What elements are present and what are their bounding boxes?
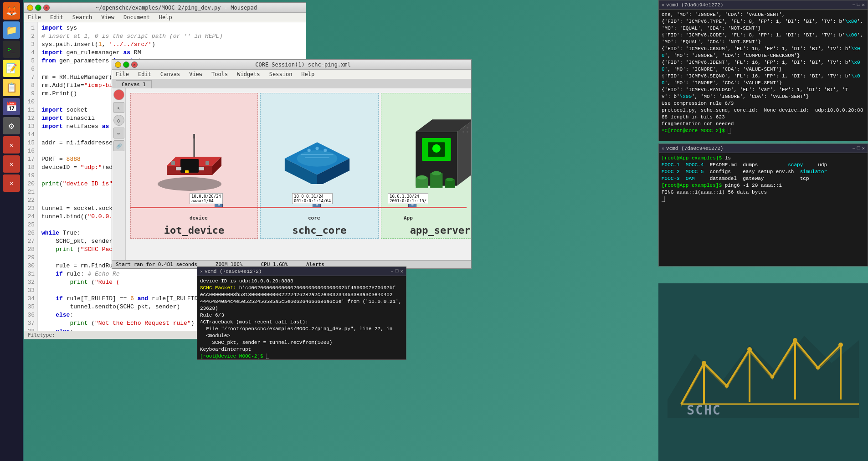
core-maximize[interactable]: □ — [123, 61, 129, 68]
core-run-btn[interactable] — [113, 89, 124, 100]
mousepad-menu-view[interactable]: View — [100, 14, 115, 21]
core-minimize[interactable]: – — [115, 61, 121, 68]
svg-point-34 — [467, 127, 468, 129]
svg-point-44 — [702, 361, 706, 365]
device-terminal-ctrl3[interactable]: ✕ — [400, 268, 403, 274]
vcmd-top-ctrl1[interactable]: – — [852, 2, 855, 8]
core-menu-view[interactable]: View — [188, 71, 203, 78]
mousepad-maximize[interactable]: □ — [35, 5, 41, 11]
taskbar-icon-schc2[interactable]: ✕ — [3, 155, 20, 173]
svg-point-19 — [315, 147, 318, 150]
vcmd-bottom-icon: ✕ — [662, 146, 664, 151]
svg-point-32 — [432, 144, 441, 153]
core-window: – □ ✕ CORE Session(1) schc-ping.xml File… — [112, 59, 472, 269]
device-terminal-title: vcmd (7da0c94e1272) — [205, 269, 262, 274]
core-link-btn[interactable]: 🔗 — [113, 140, 124, 151]
vcmd-top-body: one, 'MO': 'IGNORE', 'CDA': 'VALUE-SENT'… — [659, 10, 868, 141]
core-close[interactable]: ✕ — [131, 61, 138, 68]
vcmd-top-ctrl3[interactable]: ✕ — [862, 2, 865, 8]
svg-point-49 — [770, 375, 774, 379]
line-numbers: 1234567891011121314151617181920212223242… — [24, 22, 38, 331]
core-tabs: Canvas 1 — [112, 79, 471, 88]
core-cursor-btn[interactable]: ↖ — [113, 102, 124, 113]
taskbar-icon-settings[interactable]: ⚙ — [3, 117, 20, 134]
core-menu-file[interactable]: File — [115, 71, 130, 78]
taskbar-icon-calendar[interactable]: 📅 — [3, 98, 20, 115]
core-status-time: Start ran for 0.481 seconds — [116, 261, 197, 267]
net-label-1: 10.0.0/20/24aaaa:1/64 — [190, 193, 223, 204]
device-terminal-window: ✕ vcmd (7da0c94e1272) – □ ✕ device ID is… — [197, 266, 406, 360]
taskbar-icon-files[interactable]: 📁 — [3, 21, 20, 39]
schc-logo-svg: SCHC — [668, 327, 859, 418]
vcmd-bottom-ctrl2[interactable]: □ — [857, 145, 860, 151]
svg-rect-6 — [205, 161, 209, 165]
net-label-2: 10.0.0.31/24001:0:0:1:14/64 — [292, 193, 333, 204]
vcmd-top-titlebar: ✕ vcmd (7da0c94e1272) – □ ✕ — [659, 0, 868, 10]
mousepad-controls: – □ ✕ — [27, 5, 50, 11]
vcmd-bottom-ctrl3[interactable]: ✕ — [862, 145, 865, 151]
taskbar-icon-firefox[interactable]: 🦊 — [3, 2, 20, 20]
svg-rect-10 — [199, 167, 204, 170]
mousepad-menu-document[interactable]: Document — [123, 14, 151, 21]
mousepad-minimize[interactable]: – — [27, 5, 33, 11]
core-pencil-btn[interactable]: ✏ — [113, 128, 124, 138]
svg-point-46 — [793, 338, 797, 343]
core-menu-session[interactable]: Session — [268, 71, 293, 78]
core-menu-help[interactable]: Help — [300, 71, 315, 78]
mousepad-close[interactable]: ✕ — [43, 5, 50, 11]
svg-point-47 — [838, 343, 843, 347]
vcmd-bottom-body: [root@App examples]$ ls MOOC-1 MOOC-4 RE… — [659, 153, 868, 266]
vcmd-bottom-window: ✕ vcmd (7da0c94e1272) – □ ✕ [root@App ex… — [658, 143, 868, 266]
taskbar-icon-terminal[interactable]: >_ — [3, 41, 20, 58]
core-menu-canvas[interactable]: Canvas — [159, 71, 181, 78]
svg-point-45 — [747, 347, 752, 352]
app-server-label: app_server — [381, 225, 471, 236]
taskbar-icon-editor[interactable]: 📝 — [3, 60, 20, 77]
vcmd-top-window: ✕ vcmd (7da0c94e1272) – □ ✕ one, 'MO': '… — [658, 0, 868, 141]
vcmd-top-title: vcmd (7da0c94e1272) — [666, 2, 723, 8]
iot-device-icon — [153, 125, 226, 198]
device-terminal-ctrl2[interactable]: □ — [395, 268, 399, 274]
vcmd-bottom-title: vcmd (7da0c94e1272) — [666, 146, 723, 151]
svg-point-28 — [417, 175, 427, 179]
mousepad-menu-edit[interactable]: Edit — [49, 14, 64, 21]
filetype-label: Filetype: — [28, 332, 55, 338]
taskbar-icon-schc3[interactable]: ✕ — [3, 174, 20, 192]
device-terminal-ctrl1[interactable]: – — [390, 268, 394, 274]
mousepad-menu-search[interactable]: Search — [72, 14, 93, 21]
mousepad-title: ~/openschc/examples/MOOC-2/ping_dev.py -… — [50, 5, 303, 11]
svg-point-36 — [467, 131, 468, 133]
mousepad-menu-file[interactable]: File — [27, 14, 42, 21]
svg-text:SCHC: SCHC — [687, 403, 721, 418]
taskbar-icon-schc1[interactable]: ✕ — [3, 136, 20, 154]
core-canvas-tab[interactable]: Canvas 1 — [116, 80, 152, 88]
device-terminal-body: device ID is udp:10.0.0.20:8888 SCHC Pac… — [197, 276, 406, 359]
core-toolbar: ↖ ○ ✏ 🔗 — [112, 88, 126, 260]
vcmd-bottom-ctrl1[interactable]: – — [852, 145, 855, 151]
svg-rect-5 — [171, 161, 175, 165]
vcmd-bottom-titlebar: ✕ vcmd (7da0c94e1272) – □ ✕ — [659, 144, 868, 153]
svg-point-20 — [324, 149, 327, 152]
svg-point-30 — [446, 178, 454, 181]
mousepad-menu-help[interactable]: Help — [158, 14, 173, 21]
core-circle-btn[interactable]: ○ — [113, 115, 124, 126]
core-menu-edit[interactable]: Edit — [137, 71, 152, 78]
svg-rect-9 — [176, 167, 181, 170]
device-terminal-icon: ✕ — [200, 269, 203, 274]
core-title: CORE Session(1) schc-ping.xml — [138, 61, 468, 68]
svg-rect-4 — [180, 159, 199, 173]
svg-point-50 — [816, 366, 820, 369]
core-menu-widgets[interactable]: Widgets — [236, 71, 261, 78]
schc-logo: SCHC — [658, 283, 868, 461]
mousepad-menubar: File Edit Search View Document Help — [24, 13, 306, 22]
svg-rect-26 — [430, 173, 442, 188]
network-line — [130, 207, 467, 208]
svg-point-15 — [297, 150, 338, 167]
core-menu-tools[interactable]: Tools — [211, 71, 229, 78]
vcmd-top-icon: ✕ — [662, 2, 664, 8]
taskbar-icon-notes[interactable]: 📋 — [3, 79, 20, 96]
vcmd-top-ctrl2[interactable]: □ — [857, 2, 860, 8]
device-terminal-titlebar: ✕ vcmd (7da0c94e1272) – □ ✕ — [197, 267, 406, 276]
svg-point-35 — [462, 131, 464, 133]
node-app-label: App — [404, 215, 413, 221]
